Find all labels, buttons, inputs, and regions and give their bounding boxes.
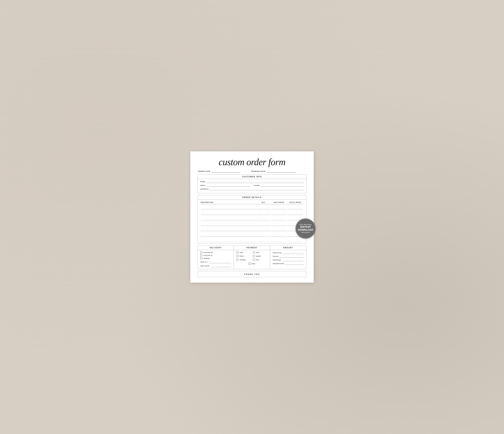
name-line[interactable]: [206, 180, 304, 183]
address-line[interactable]: [209, 188, 304, 190]
shipping-label: shipping: [203, 257, 209, 259]
form-container: 100% EDITABLE INSTANTDOWNLOAD PRINTABLE …: [190, 151, 314, 283]
order-details-header: ORDER DETAILS: [198, 195, 306, 200]
order-date-field: ORDER DATE: [198, 170, 240, 173]
thank-you-section: THANK YOU: [198, 271, 306, 277]
address-label: ADDRESS: [200, 188, 209, 190]
phone-field: PHONE: [254, 184, 304, 187]
qty-cell-7[interactable]: [256, 238, 271, 242]
grandtotal-line[interactable]: [285, 262, 304, 265]
payment-grid: cash card check paypal: [236, 251, 267, 262]
desc-cell-6[interactable]: [201, 232, 256, 236]
paypal-label: paypal: [256, 255, 261, 257]
grandtotal-field: GRANDTOTAL: [273, 262, 304, 265]
checkbox-shipping[interactable]: [200, 257, 202, 259]
email-phone-row: EMAIL PHONE: [200, 184, 304, 188]
address-field: ADDRESS: [200, 188, 304, 190]
desc-cell-5[interactable]: [201, 227, 256, 231]
payment-option-cashapp[interactable]: cashapp: [236, 259, 251, 261]
checkbox-local-pickup[interactable]: [200, 254, 202, 256]
checkbox-local-dropoff[interactable]: [200, 251, 202, 253]
ship-n-line[interactable]: [209, 261, 231, 263]
etsy-label: etsy: [256, 259, 259, 261]
subtotal-label: SUBTOTAL: [273, 252, 282, 254]
check-label: check: [240, 255, 244, 257]
subtotal-field: SUBTOTAL: [273, 251, 304, 254]
total-cell-2[interactable]: [287, 210, 303, 214]
order-date-line[interactable]: [211, 170, 240, 173]
desc-cell-3[interactable]: [201, 216, 256, 220]
total-cell-1[interactable]: [287, 205, 303, 209]
unit-cell-4[interactable]: [271, 221, 287, 225]
qty-cell-6[interactable]: [256, 232, 271, 236]
qty-cell-3[interactable]: [256, 216, 271, 220]
desc-cell-2[interactable]: [201, 210, 256, 214]
checkbox-etsy[interactable]: [253, 259, 255, 261]
delivery-option-local-dropoff[interactable]: local drop off: [200, 251, 231, 253]
taxes-line[interactable]: [279, 255, 304, 258]
email-line[interactable]: [207, 184, 250, 187]
delivery-option-shipping[interactable]: shipping: [200, 257, 231, 259]
col-unit-price: UNIT PRICE: [271, 202, 287, 203]
shipping-amount-label: SHIPPING: [273, 259, 281, 261]
subtotal-line[interactable]: [283, 251, 304, 254]
unit-cell-5[interactable]: [271, 227, 287, 231]
ship-n-field: SHIP N.#: [200, 261, 231, 263]
checkbox-check[interactable]: [236, 255, 238, 257]
taxes-field: TAXES: [273, 255, 304, 258]
qty-cell-5[interactable]: [256, 227, 271, 231]
qty-cell-1[interactable]: [256, 205, 271, 209]
order-row: [201, 204, 303, 210]
checkbox-card[interactable]: [253, 251, 255, 253]
shipping-amount-line[interactable]: [282, 259, 304, 261]
unit-cell-1[interactable]: [271, 205, 287, 209]
checkbox-cash[interactable]: [236, 251, 238, 253]
name-label: NAME: [200, 181, 205, 183]
unit-cell-7[interactable]: [271, 238, 287, 242]
phone-line[interactable]: [261, 184, 304, 187]
unit-cell-2[interactable]: [271, 210, 287, 214]
order-row: [201, 237, 303, 242]
order-row: [201, 231, 303, 237]
order-details-section: ORDER DETAILS DESCRIPTION QTY UNIT PRICE…: [198, 195, 306, 244]
instant-download-badge: 100% EDITABLE INSTANTDOWNLOAD PRINTABLE: [296, 219, 315, 239]
badge-main-text: INSTANTDOWNLOAD: [298, 225, 313, 231]
ship-date-label: SHIP DATE: [200, 265, 209, 267]
checkbox-paypal[interactable]: [253, 255, 255, 257]
payment-option-etsy[interactable]: etsy: [253, 259, 268, 261]
checkbox-cashapp[interactable]: [236, 259, 238, 261]
payment-section: PAYMENT cash card check: [234, 245, 270, 269]
desc-cell-1[interactable]: [201, 205, 256, 209]
order-row: [201, 221, 303, 226]
payment-option-paypal[interactable]: paypal: [253, 255, 268, 257]
ship-date-field: SHIP DATE: [200, 265, 231, 267]
delivery-option-local-pickup[interactable]: local pick up: [200, 254, 231, 256]
promise-date-line[interactable]: [266, 170, 295, 173]
payment-option-other[interactable]: other: [249, 263, 255, 265]
ship-date-line[interactable]: [211, 265, 231, 267]
qty-cell-4[interactable]: [256, 221, 271, 225]
form-title: custom order form: [198, 157, 306, 167]
total-cell-7[interactable]: [287, 238, 303, 242]
badge-top-text: 100% EDITABLE: [299, 224, 312, 225]
order-row: [201, 226, 303, 231]
thank-you-text: THANK YOU: [244, 273, 260, 275]
payment-option-cash[interactable]: cash: [236, 251, 251, 253]
col-total-price: TOTAL PRICE: [287, 202, 303, 203]
desc-cell-7[interactable]: [201, 238, 256, 242]
delivery-section: DELIVERY local drop off local pick up sh…: [198, 245, 234, 269]
payment-option-card[interactable]: card: [253, 251, 268, 253]
card-label: card: [256, 252, 259, 253]
qty-cell-2[interactable]: [256, 210, 271, 214]
total-cell-3[interactable]: [287, 216, 303, 220]
checkbox-other[interactable]: [249, 263, 251, 265]
desc-cell-4[interactable]: [201, 221, 256, 225]
badge-bottom-text: PRINTABLE: [301, 232, 310, 233]
bottom-row: DELIVERY local drop off local pick up sh…: [198, 245, 306, 269]
order-row: [201, 215, 303, 221]
other-label: other: [252, 263, 255, 265]
unit-cell-6[interactable]: [271, 232, 287, 236]
customer-info-content: NAME EMAIL PHONE ADDRESS: [198, 179, 306, 193]
unit-cell-3[interactable]: [271, 216, 287, 220]
payment-option-check[interactable]: check: [236, 255, 251, 257]
